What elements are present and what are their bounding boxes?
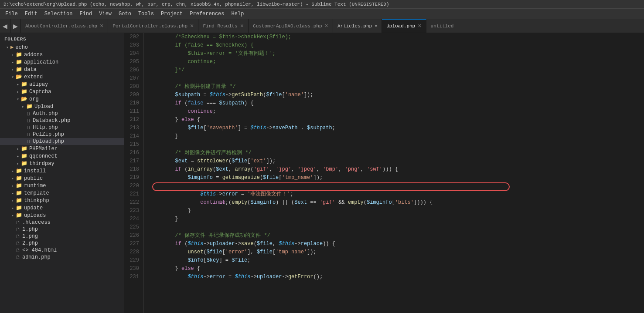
sidebar-item-application[interactable]: ▸ 📁 application [0,58,124,66]
arrow-right-icon: ▸ [10,52,16,57]
sidebar-item-alipay[interactable]: ▸ 📁 alipay [0,81,124,88]
sidebar-item-captcha[interactable]: ▸ 📁 Captcha [0,88,124,95]
line-numbers: 202 203 204 205 206 207 208 209 210 211 … [124,33,144,313]
arrow-down-icon: ▾ [10,74,16,80]
sidebar-item-databack[interactable]: 🗋 Databack.php [0,117,124,124]
line-num: 216 [129,149,139,157]
tab-customer-api[interactable]: CustomerApiDAO.class.php × [249,19,333,33]
line-num: 214 [129,132,139,141]
code-line-228: unset($file['error'], $file['tmp_name'])… [150,248,644,256]
arrow-right-icon: ▸ [10,213,16,218]
arrow-right-icon: ▸ [10,191,16,196]
sidebar-item-data[interactable]: ▸ 📁 data [0,66,124,73]
tab-label: CustomerApiDAO.class.php [253,24,322,29]
sidebar-item-upload-php[interactable]: 🗋 Upload.php [0,138,124,145]
menu-goto[interactable]: Goto [115,10,135,18]
file-label: 2.php [22,240,38,246]
line-num: 205 [129,58,139,66]
sidebar-item-addons[interactable]: ▸ 📁 addons [0,51,124,58]
tab-find-results[interactable]: Find Results × [198,19,249,33]
sidebar-item-1php[interactable]: 🗋 1.php [0,226,124,233]
folder-icon: 📁 [21,160,27,167]
arrow-right-icon: ▸ [15,161,21,166]
sidebar-item-runtime[interactable]: ▸ 📁 runtime [0,182,124,189]
sidebar-item-http[interactable]: 🗋 Http.php [0,124,124,131]
tab-close-icon[interactable]: × [100,23,103,29]
file-icon: 🗋 [16,234,20,239]
code-line-219: $imginfo = getimagesize($file['tmp_name'… [150,174,644,182]
code-line-217: $ext = strtolower($file['ext']); [150,157,644,165]
menu-edit[interactable]: Edit [21,10,41,18]
sidebar-header: FOLDERS [0,33,124,44]
code-editor[interactable]: 202 203 204 205 206 207 208 209 210 211 … [124,33,644,313]
file-icon: 🗋 [26,132,31,138]
menu-tools[interactable]: Tools [135,10,157,18]
tab-untitled[interactable]: untitled [426,19,459,33]
sidebar-item-auth[interactable]: 🗋 Auth.php [0,110,124,117]
sidebar-item-2php[interactable]: 🗋 2.php [0,240,124,247]
code-line-226: /* 保存文件 并记录保存成功的文件 */ [150,232,644,240]
tab-about-controller[interactable]: AboutController.class.php × [21,19,108,33]
tab-upload[interactable]: Upload.php × [382,19,426,33]
menu-file[interactable]: File [2,10,21,18]
menubar: File Edit Selection Find View Goto Tools… [0,9,644,19]
folder-label: thinkphp [24,198,49,204]
tab-close-icon[interactable]: × [190,23,194,29]
sidebar-item-uploads[interactable]: ▸ 📁 uploads [0,212,124,219]
sidebar-item-htaccess[interactable]: 🗋 .htaccess [0,219,124,226]
sidebar-item-install[interactable]: ▸ 📁 install [0,167,124,175]
line-num: 222 [129,199,139,207]
sidebar-item-template[interactable]: ▸ 📁 template [0,189,124,197]
folder-label: uploads [24,212,46,219]
code-line-222: continue; [150,199,644,207]
sidebar-item-update[interactable]: ▸ 📁 update [0,204,124,212]
line-num: 228 [129,248,139,256]
code-line-231: $this->error = $this->uploader->getError… [150,273,644,281]
sidebar-item-qqconnect[interactable]: ▸ 📁 qqconnect [0,152,124,160]
tab-prev-btn[interactable]: ◀ [0,19,10,33]
sidebar-item-adminphp[interactable]: 🗋 admin.php [0,254,124,261]
sidebar-item-extend[interactable]: ▾ 📂 extend [0,73,124,81]
sidebar-item-thirdpay[interactable]: ▸ 📁 thirdpay [0,160,124,167]
code-line-207 [150,74,644,83]
tab-label: Upload.php [386,24,415,29]
code-line-206: }*/ [150,66,644,74]
tab-next-btn[interactable]: ▶ [10,19,21,33]
tab-close-icon[interactable]: × [325,23,328,29]
line-num: 202 [129,33,139,41]
file-icon: 🗋 [16,220,20,225]
modified-dot: ● [375,24,377,28]
sidebar-item-1png[interactable]: 🗋 1.png [0,233,124,240]
tab-articles[interactable]: Articles.php ● [333,19,382,33]
line-num: 208 [129,83,139,91]
tab-portal-controller[interactable]: PortalController.class.php × [108,19,198,33]
tab-close-icon[interactable]: × [418,23,421,29]
folder-icon: 📁 [21,88,27,95]
menu-selection[interactable]: Selection [41,10,76,18]
sidebar-item-pclzip[interactable]: 🗋 PclZip.php [0,131,124,138]
sidebar-item-org[interactable]: ▾ 📂 org [0,95,124,103]
menu-help[interactable]: Help [228,10,248,18]
sidebar-item-upload-folder[interactable]: ▸ 📁 Upload [0,103,124,110]
sidebar-item-phpmailer[interactable]: ▸ 📁 PHPMailer [0,145,124,152]
sidebar-item-404html[interactable]: 🗋 <> 404.html [0,247,124,254]
tab-close-icon[interactable]: × [240,23,244,29]
menu-find[interactable]: Find [76,10,95,18]
menu-preferences[interactable]: Preferences [186,10,228,18]
file-label: .htaccess [22,219,51,225]
arrow-down-icon: ▾ [15,97,21,102]
sidebar-item-echo[interactable]: ▾ ▶ echo [0,44,124,51]
folder-label: alipay [29,81,48,88]
file-label: 1.png [22,233,38,239]
menu-view[interactable]: View [95,10,115,18]
folder-label: Upload [34,104,53,110]
menu-project[interactable]: Project [157,10,186,18]
code-line-218: if (in_array($ext, array('gif', 'jpg', '… [150,165,644,174]
folder-label: echo [15,44,28,50]
arrow-right-icon: ▸ [20,104,26,109]
file-icon: 🗋 [16,248,20,253]
arrow-right-icon: ▸ [10,176,16,181]
sidebar-item-public[interactable]: ▸ 📁 public [0,175,124,182]
sidebar-item-thinkphp[interactable]: ▸ 📁 thinkphp [0,197,124,204]
folder-icon: 📁 [21,145,27,152]
